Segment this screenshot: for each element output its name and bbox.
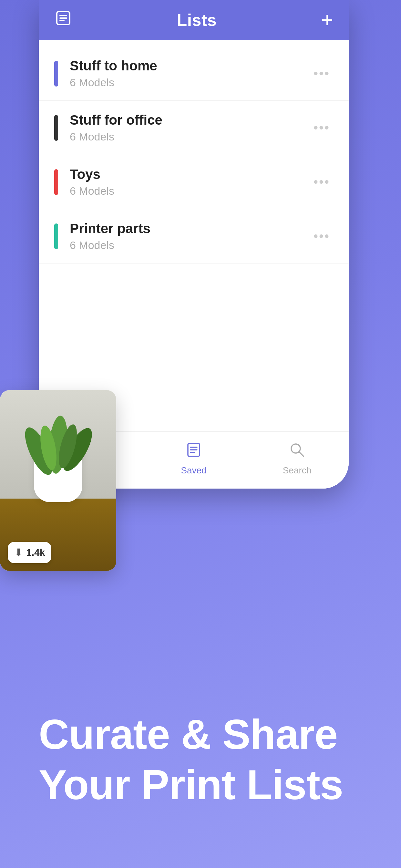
list-item-text: Stuff to home 6 Models bbox=[70, 58, 310, 89]
marketing-headline-line1: Curate & Share bbox=[39, 709, 362, 760]
object-card[interactable]: ⬇ 1.4k bbox=[0, 390, 116, 571]
list-color-indicator bbox=[54, 223, 58, 249]
list-item-menu-button[interactable]: ••• bbox=[310, 172, 333, 192]
svg-rect-3 bbox=[59, 20, 65, 21]
list-color-indicator bbox=[54, 115, 58, 141]
list-item-name: Printer parts bbox=[70, 221, 310, 237]
list-color-indicator bbox=[54, 61, 58, 87]
marketing-text: Curate & Share Your Print Lists bbox=[39, 709, 362, 810]
header-title: Lists bbox=[177, 10, 217, 30]
list-item-name: Stuff for office bbox=[70, 113, 310, 128]
download-icon: ⬇ bbox=[14, 547, 23, 559]
list-item-text: Printer parts 6 Models bbox=[70, 221, 310, 252]
list-item[interactable]: Printer parts 6 Models ••• bbox=[39, 209, 349, 264]
header-lists-icon bbox=[54, 9, 72, 31]
list-item[interactable]: Toys 6 Models ••• bbox=[39, 155, 349, 209]
svg-rect-1 bbox=[59, 15, 67, 16]
list-item-text: Toys 6 Models bbox=[70, 166, 310, 197]
list-item-count: 6 Models bbox=[70, 130, 310, 143]
list-item-count: 6 Models bbox=[70, 239, 310, 252]
tab-saved-label: Saved bbox=[181, 465, 206, 476]
list-item-menu-button[interactable]: ••• bbox=[310, 226, 333, 247]
tab-search-label: Search bbox=[283, 465, 312, 476]
list-item-count: 6 Models bbox=[70, 76, 310, 89]
saved-icon bbox=[185, 441, 202, 462]
list-item-name: Toys bbox=[70, 166, 310, 182]
tab-search[interactable]: Search bbox=[245, 441, 349, 476]
search-icon bbox=[289, 441, 305, 462]
lists-container: Stuff to home 6 Models ••• Stuff for off… bbox=[39, 40, 349, 431]
list-item-count: 6 Models bbox=[70, 185, 310, 197]
download-count: 1.4k bbox=[26, 547, 45, 558]
list-item[interactable]: Stuff to home 6 Models ••• bbox=[39, 46, 349, 101]
plant-illustration: ⬇ 1.4k bbox=[0, 390, 116, 571]
list-item-text: Stuff for office 6 Models bbox=[70, 113, 310, 143]
marketing-headline-line2: Your Print Lists bbox=[39, 760, 362, 810]
app-header: Lists + bbox=[39, 0, 349, 40]
svg-rect-2 bbox=[59, 18, 67, 19]
list-item-menu-button[interactable]: ••• bbox=[310, 117, 333, 138]
leaves-svg bbox=[19, 399, 97, 477]
tab-saved[interactable]: Saved bbox=[142, 441, 245, 476]
list-item-name: Stuff to home bbox=[70, 58, 310, 73]
list-item[interactable]: Stuff for office 6 Models ••• bbox=[39, 101, 349, 155]
list-color-indicator bbox=[54, 169, 58, 195]
svg-line-12 bbox=[299, 452, 304, 456]
list-item-menu-button[interactable]: ••• bbox=[310, 63, 333, 84]
add-list-button[interactable]: + bbox=[321, 10, 333, 30]
download-badge: ⬇ 1.4k bbox=[8, 542, 51, 563]
